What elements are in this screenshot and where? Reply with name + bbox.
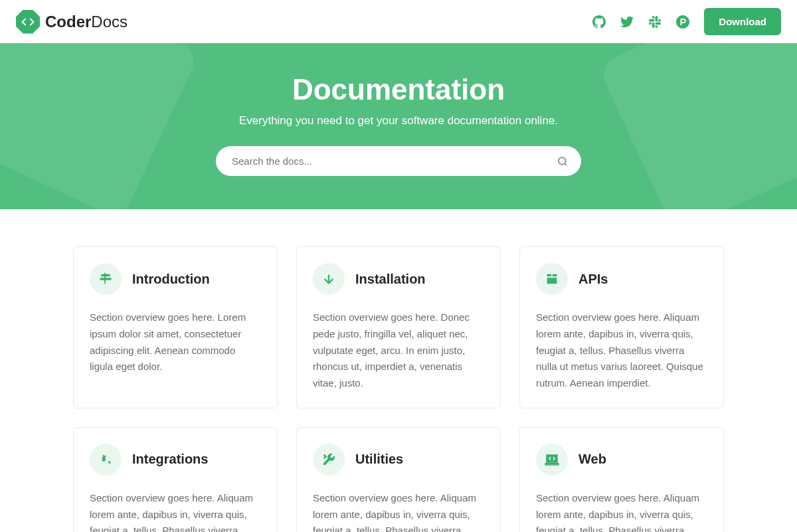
hero-subtitle: Everything you need to get your software…: [13, 114, 784, 128]
card-title: APIs: [578, 272, 608, 287]
card-title: Web: [578, 452, 606, 467]
hero-title: Documentation: [13, 73, 784, 106]
card-integrations[interactable]: Integrations Section overview goes here.…: [73, 427, 278, 532]
product-hunt-icon[interactable]: [676, 15, 689, 29]
card-utilities[interactable]: Utilities Section overview goes here. Al…: [296, 427, 501, 532]
card-title: Integrations: [132, 452, 208, 467]
card-text: Section overview goes here. Aliquam lore…: [313, 490, 484, 532]
card-header: Introduction: [90, 263, 261, 295]
logo-icon: [16, 10, 40, 34]
card-text: Section overview goes here. Lorem ipsum …: [90, 310, 261, 375]
social-links: [592, 15, 689, 29]
logo-text: CoderDocs: [45, 13, 128, 31]
site-header: CoderDocs Download: [0, 0, 797, 43]
svg-rect-5: [545, 463, 559, 464]
card-title: Installation: [355, 272, 426, 287]
card-introduction[interactable]: Introduction Section overview goes here.…: [73, 246, 278, 408]
search-icon[interactable]: [557, 156, 568, 167]
card-apis[interactable]: APIs Section overview goes here. Aliquam…: [519, 246, 724, 408]
card-title: Utilities: [355, 452, 403, 467]
box-icon: [536, 263, 568, 295]
arrow-down-icon: [313, 263, 345, 295]
tools-icon: [313, 444, 345, 476]
header-right: Download: [592, 8, 781, 35]
slack-icon[interactable]: [648, 15, 662, 29]
search-box: [216, 146, 581, 176]
card-installation[interactable]: Installation Section overview goes here.…: [296, 246, 501, 408]
card-text: Section overview goes here. Aliquam lore…: [90, 490, 261, 532]
svg-point-0: [559, 157, 566, 165]
card-header: Web: [536, 444, 707, 476]
card-text: Section overview goes here. Aliquam lore…: [536, 310, 707, 392]
laptop-code-icon: [536, 444, 568, 476]
card-title: Introduction: [132, 272, 210, 287]
card-header: APIs: [536, 263, 707, 295]
svg-line-1: [565, 163, 567, 165]
hero: Documentation Everything you need to get…: [0, 43, 797, 209]
card-text: Section overview goes here. Donec pede j…: [313, 310, 484, 392]
map-signs-icon: [90, 263, 122, 295]
twitter-icon[interactable]: [620, 15, 634, 29]
card-web[interactable]: Web Section overview goes here. Aliquam …: [519, 427, 724, 532]
logo[interactable]: CoderDocs: [16, 10, 128, 34]
github-icon[interactable]: [592, 15, 606, 29]
svg-rect-4: [547, 455, 557, 462]
search-input[interactable]: [216, 146, 581, 176]
cogs-icon: [90, 444, 122, 476]
download-button[interactable]: Download: [704, 8, 781, 35]
card-header: Integrations: [90, 444, 261, 476]
cards-grid: Introduction Section overview goes here.…: [60, 209, 737, 532]
card-header: Installation: [313, 263, 484, 295]
card-text: Section overview goes here. Aliquam lore…: [536, 490, 707, 532]
card-header: Utilities: [313, 444, 484, 476]
